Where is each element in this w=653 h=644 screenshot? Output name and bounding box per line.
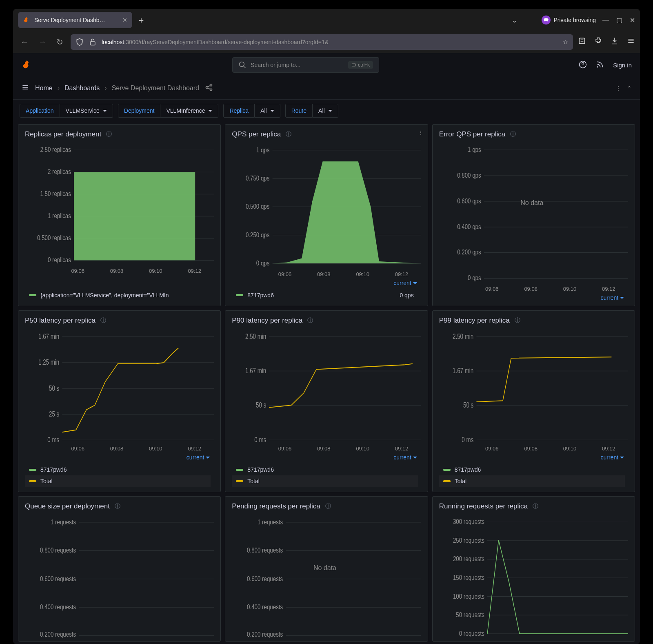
window-minimize-button[interactable]: — — [602, 16, 609, 24]
legend-item[interactable]: 8717pwd6 0 qps — [232, 290, 418, 301]
var-value-deployment[interactable]: VLLMInference — [160, 104, 218, 118]
panel-options-icon[interactable]: ⋮ — [615, 85, 621, 91]
info-icon[interactable]: ⓘ — [533, 503, 538, 510]
panel-title: Running requests per replica — [439, 502, 528, 510]
legend-item[interactable]: Total — [232, 475, 418, 487]
window-maximize-button[interactable]: ▢ — [616, 16, 622, 24]
svg-text:0.500 replicas: 0.500 replicas — [37, 234, 71, 241]
help-icon[interactable] — [579, 60, 587, 70]
grafana-favicon-icon — [23, 16, 30, 24]
legend-swatch-icon — [236, 480, 243, 482]
legend-mode-toggle[interactable]: current — [22, 452, 214, 462]
extensions-icon[interactable] — [594, 37, 602, 47]
svg-text:0.800 requests: 0.800 requests — [40, 546, 76, 554]
panel-title: P90 latency per replica — [232, 316, 302, 325]
legend-item[interactable]: 8717pwd6 — [439, 464, 625, 475]
grafana-header: Search or jump to... ctrl+k Sign in — [13, 53, 640, 77]
svg-text:0.200 requests: 0.200 requests — [40, 631, 76, 638]
new-tab-button[interactable]: ＋ — [137, 15, 145, 26]
svg-text:0.600 requests: 0.600 requests — [40, 575, 76, 583]
app-menu-icon[interactable] — [627, 37, 635, 47]
legend-item[interactable]: {application="VLLMService", deployment="… — [25, 290, 211, 301]
tabs-dropdown-icon[interactable]: ⌄ — [512, 16, 517, 24]
panel-title: QPS per replica — [232, 130, 281, 138]
x-axis-ticks: 09:0609:0809:1009:12 — [229, 443, 421, 452]
nav-reload-button[interactable]: ↻ — [54, 35, 66, 49]
x-axis-ticks: 09:0609:0809:1009:12 — [436, 283, 628, 292]
legend-item[interactable]: 8717pwd6 — [232, 464, 418, 475]
legend-item[interactable]: Total — [439, 475, 625, 487]
var-value-route[interactable]: All — [313, 104, 338, 118]
search-kbd-hint: ctrl+k — [348, 61, 373, 69]
legend-swatch-icon — [29, 469, 36, 471]
browser-tab[interactable]: Serve Deployment Dashb… ✕ — [18, 12, 132, 28]
svg-text:0 ms: 0 ms — [462, 436, 473, 443]
x-axis-ticks: 09:0609:0809:1009:12 — [436, 443, 628, 452]
svg-text:0 requests: 0 requests — [459, 630, 484, 637]
grafana-logo-icon[interactable] — [21, 59, 33, 71]
info-icon[interactable]: ⓘ — [325, 503, 331, 510]
svg-text:0.800 qps: 0.800 qps — [457, 172, 481, 179]
breadcrumb-home[interactable]: Home — [35, 85, 53, 92]
var-label-deployment: Deployment — [118, 104, 161, 118]
svg-text:1 requests: 1 requests — [51, 518, 76, 526]
info-icon[interactable]: ⓘ — [307, 317, 313, 324]
legend-mode-toggle[interactable]: current — [436, 292, 628, 303]
no-data-label: No data — [520, 199, 543, 207]
legend-mode-toggle[interactable]: current — [436, 452, 628, 462]
breadcrumb-dashboards[interactable]: Dashboards — [64, 85, 100, 92]
reader-view-icon[interactable] — [578, 37, 586, 47]
breadcrumb-current: Serve Deployment Dashboard — [112, 85, 199, 92]
browser-tab-title: Serve Deployment Dashb… — [34, 17, 118, 23]
info-icon[interactable]: ⓘ — [106, 131, 112, 138]
var-value-application[interactable]: VLLMService — [60, 104, 113, 118]
svg-point-7 — [240, 62, 244, 67]
svg-text:0.200 requests: 0.200 requests — [247, 631, 283, 638]
svg-text:0 qps: 0 qps — [468, 274, 481, 281]
menu-toggle-button[interactable] — [21, 83, 29, 93]
legend-mode-toggle[interactable]: current — [229, 277, 421, 288]
bookmark-star-icon[interactable]: ☆ — [563, 39, 568, 45]
legend-mode-toggle[interactable]: current — [229, 452, 421, 462]
var-value-replica[interactable]: All — [255, 104, 280, 118]
legend-swatch-icon — [29, 294, 36, 296]
info-icon[interactable]: ⓘ — [510, 131, 516, 138]
panel-menu-icon[interactable]: ⋮ — [418, 129, 424, 136]
nav-forward-button[interactable]: → — [36, 35, 49, 49]
url-text: localhost:3000/d/rayServeDeploymentDashb… — [102, 39, 558, 45]
sign-in-link[interactable]: Sign in — [613, 62, 632, 69]
tab-close-icon[interactable]: ✕ — [122, 17, 127, 23]
legend-item[interactable]: 8717pwd6 — [25, 464, 211, 475]
downloads-icon[interactable] — [611, 37, 619, 47]
svg-text:150 requests: 150 requests — [453, 574, 484, 581]
rss-icon[interactable] — [596, 60, 604, 70]
legend-swatch-icon — [443, 469, 451, 471]
search-placeholder: Search or jump to... — [251, 62, 344, 68]
svg-text:1 replicas: 1 replicas — [48, 212, 71, 219]
share-icon[interactable] — [205, 83, 213, 93]
nav-back-button[interactable]: ← — [18, 35, 31, 49]
svg-text:0 qps: 0 qps — [256, 259, 270, 267]
panel-title: Queue size per deployment — [25, 502, 110, 510]
info-icon[interactable]: ⓘ — [286, 131, 291, 138]
legend-item[interactable]: Total — [25, 475, 211, 487]
svg-text:2.50 min: 2.50 min — [453, 332, 473, 340]
svg-text:1.67 min: 1.67 min — [245, 367, 266, 374]
svg-text:1 qps: 1 qps — [468, 146, 481, 153]
var-label-route: Route — [285, 104, 313, 118]
search-icon — [238, 61, 247, 69]
window-close-button[interactable]: ✕ — [630, 16, 635, 24]
collapse-icon[interactable]: ⌃ — [627, 85, 632, 91]
legend-swatch-icon — [236, 469, 243, 471]
svg-point-11 — [597, 67, 598, 67]
panel-p50: P50 latency per replica ⓘ 1.67 min 1.25 … — [18, 310, 221, 492]
info-icon[interactable]: ⓘ — [515, 317, 520, 324]
search-input[interactable]: Search or jump to... ctrl+k — [232, 57, 379, 73]
no-data-label: No data — [313, 564, 336, 572]
info-icon[interactable]: ⓘ — [115, 503, 120, 510]
private-browsing-label: Private browsing — [554, 17, 596, 23]
url-input[interactable]: localhost:3000/d/rayServeDeploymentDashb… — [71, 34, 573, 50]
browser-toolbar: ← → ↻ localhost:3000/d/rayServeDeploymen… — [13, 31, 640, 53]
svg-text:1.25 min: 1.25 min — [38, 358, 59, 366]
info-icon[interactable]: ⓘ — [100, 317, 106, 324]
